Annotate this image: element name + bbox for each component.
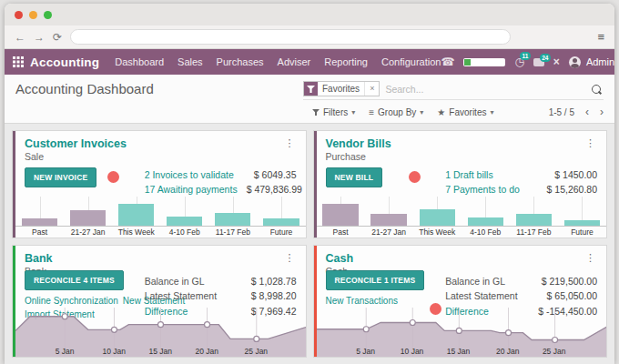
user-menu[interactable]: Administrator [586,56,614,67]
bar-11-17-feb[interactable] [215,213,250,226]
card-title[interactable]: Vendor Bills [326,137,391,150]
search-bar: Favorites × [303,81,604,100]
dashboard-cards: Customer Invoices ⋮ Sale NEW INVOICE 2 I… [5,124,614,364]
kebab-menu-icon[interactable]: ⋮ [583,137,597,149]
menu-reporting[interactable]: Reporting [324,56,368,67]
x-tick-label: 20 Jan [496,347,520,356]
app-title[interactable]: Accounting [30,56,99,69]
card-title[interactable]: Cash [326,252,354,265]
menu-adviser[interactable]: Adviser [278,56,311,67]
bar-4-10-feb[interactable] [167,217,202,226]
card-customer-invoices: Customer Invoices ⋮ Sale NEW INVOICE 2 I… [12,130,307,238]
bar-4-10-feb[interactable] [468,217,503,226]
group-by-button[interactable]: ≡ Group By▾ [369,107,423,117]
reload-icon[interactable]: ⟳ [53,32,62,43]
bar-this-week[interactable] [118,204,154,226]
data-point-marker [111,327,117,332]
data-point-marker [158,322,164,328]
close-icon[interactable]: × [553,56,560,68]
data-point-marker [552,338,557,343]
pager: 1-5 / 5 ‹ › [549,106,604,118]
forward-icon[interactable]: → [34,32,45,43]
bar-past[interactable] [22,218,57,226]
pager-next-icon[interactable]: › [600,106,604,118]
cash-area-chart: 5 Jan10 Jan15 Jan20 Jan25 Jan [317,306,607,357]
filter-funnel-icon [312,109,320,116]
phone-icon[interactable]: ☎ [441,56,454,68]
x-tick-label: 21-27 Jan [64,227,112,238]
card-title[interactable]: Bank [25,252,53,265]
kebab-menu-icon[interactable]: ⋮ [283,252,297,264]
reconcile-button[interactable]: RECONCILE 4 ITEMS [25,270,124,290]
new-transactions-link[interactable]: New Transactions [326,296,398,306]
bar-21-27-jan[interactable] [370,214,406,226]
filter-toolbar: Filters▾ ≡ Group By▾ ★ Favorites▾ 1-5 / … [15,106,604,118]
x-tick-label: 4-10 Feb [160,227,208,238]
chevron-down-icon: ▾ [420,108,423,116]
stat-amount: $ 219,500.00 [542,274,597,288]
pager-prev-icon[interactable]: ‹ [585,106,589,118]
x-tick-label: 20 Jan [195,347,218,356]
x-tick-label: This Week [413,227,462,238]
x-tick-label: Past [317,227,365,238]
stat-label: Balance in GL [145,274,205,288]
bank-area-chart: 5 Jan10 Jan15 Jan20 Jan25 Jan [15,306,306,357]
menu-configuration[interactable]: Configuration [381,56,441,67]
menu-sales[interactable]: Sales [178,56,203,67]
apps-grid-icon[interactable] [13,56,24,67]
filters-button[interactable]: Filters▾ [312,107,355,117]
url-bar[interactable] [70,29,511,45]
card-cash: Cash ⋮ Cash RECONCILE 1 ITEMS New Transa… [313,245,608,358]
back-icon[interactable]: ← [15,32,25,43]
data-point-marker [205,322,210,328]
search-facet: Favorites × [303,81,380,96]
stat-link[interactable]: 1 Draft bills [445,167,493,182]
favorites-button[interactable]: ★ Favorites▾ [437,107,493,117]
online-sync-link[interactable]: Online Synchronization [25,296,118,306]
facet-remove-icon[interactable]: × [364,82,379,96]
new-bill-button[interactable]: NEW BILL [326,167,383,187]
reconcile-button[interactable]: RECONCILE 1 ITEMS [326,270,425,290]
close-window-icon[interactable] [15,11,23,19]
search-icon[interactable] [592,85,601,94]
navbar-systray: ☎ ◷11 24 × Administrator [441,56,614,68]
card-vendor-bills: Vendor Bills ⋮ Purchase NEW BILL 1 Draft… [313,130,608,238]
new-invoice-button[interactable]: NEW INVOICE [25,167,96,187]
bar-11-17-feb[interactable] [516,214,552,226]
bar-past[interactable] [322,204,358,226]
x-tick-label: 21-27 Jan [365,227,413,238]
menu-purchases[interactable]: Purchases [217,56,264,67]
chevron-down-icon: ▾ [490,108,493,116]
x-tick-label: 10 Jan [103,347,127,356]
stat-link[interactable]: 2 Invoices to validate [145,167,234,182]
card-bank: Bank ⋮ Bank RECONCILE 4 ITEMS Online Syn… [12,245,307,358]
bills-bar-chart: Past21-27 JanThis Week4-10 Feb11-17 FebF… [317,193,607,238]
x-tick-label: Future [558,227,606,238]
user-avatar[interactable] [569,56,581,68]
activities-icon[interactable]: ◷11 [514,56,523,67]
browser-toolbar: ← → ⟳ ≡ [5,25,614,49]
x-tick-label: 11-17 Feb [208,227,257,238]
bar-this-week[interactable] [420,209,455,226]
chevron-down-icon: ▾ [351,108,355,116]
stat-label: Latest Statement [445,288,517,303]
stat-amount: $ 8,998.20 [251,288,297,303]
bar-future[interactable] [263,218,299,226]
card-title[interactable]: Customer Invoices [25,137,127,150]
messages-icon[interactable]: 24 [533,58,544,66]
data-point-marker [456,328,462,333]
search-input[interactable] [380,82,592,96]
x-tick-label: Future [257,227,305,238]
x-tick-label: 11-17 Feb [510,227,558,238]
browser-menu-icon[interactable]: ≡ [597,30,604,44]
minimize-window-icon[interactable] [29,11,37,19]
notification-dot [107,171,119,183]
menu-dashboard[interactable]: Dashboard [115,56,164,67]
x-tick-label: 5 Jan [356,347,375,356]
kebab-menu-icon[interactable]: ⋮ [283,137,297,149]
kebab-menu-icon[interactable]: ⋮ [583,252,597,264]
bar-21-27-jan[interactable] [70,210,106,226]
bar-future[interactable] [564,220,600,226]
maximize-window-icon[interactable] [44,11,52,19]
stat-label: Latest Statement [145,288,217,303]
